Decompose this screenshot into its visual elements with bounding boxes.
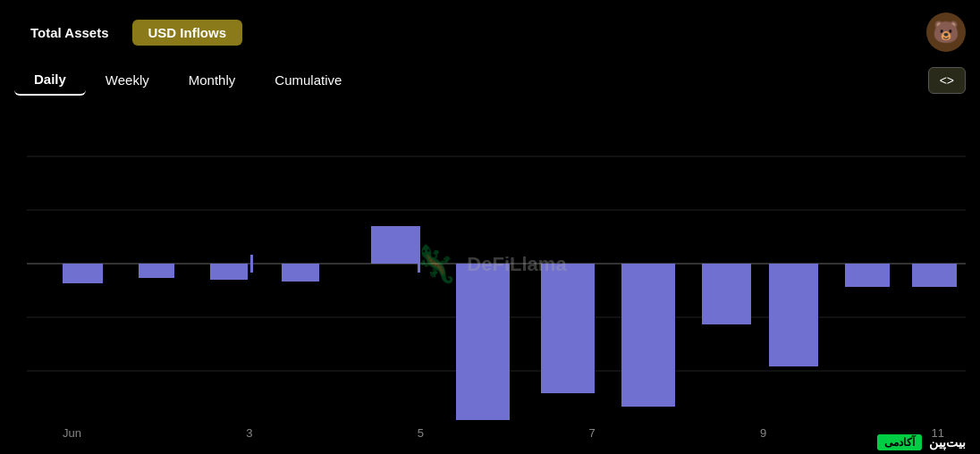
bar-5-pos [371, 226, 420, 264]
bar-12 [912, 264, 957, 287]
brand-name: بیت‌پین [929, 435, 966, 450]
total-assets-tab[interactable]: Total Assets [14, 20, 125, 46]
bar-tick2 [418, 255, 420, 273]
tab-daily[interactable]: Daily [14, 64, 86, 96]
tab-monthly[interactable]: Monthly [169, 64, 256, 96]
bar-tick [250, 255, 253, 273]
header: Total Assets USD Inflows 🐻 [0, 0, 980, 61]
bar-8 [621, 264, 675, 407]
brand-tag: آکادمی [877, 434, 922, 450]
chart-area: 🦎 DeFiLlama [0, 103, 980, 425]
tab-cumulative[interactable]: Cumulative [255, 64, 361, 96]
bar-10 [769, 264, 818, 366]
bottom-bar: آکادمی بیت‌پین [0, 431, 980, 454]
tab-weekly[interactable]: Weekly [86, 64, 169, 96]
bar-6 [456, 264, 510, 420]
bar-2 [139, 264, 174, 278]
bar-4 [282, 264, 319, 282]
sub-tabs-left: Daily Weekly Monthly Cumulative [14, 64, 361, 96]
bar-7 [541, 264, 595, 393]
bar-11 [845, 264, 890, 287]
avatar: 🐻 [926, 13, 966, 52]
embed-button[interactable]: <> [928, 67, 966, 94]
sub-tabs-bar: Daily Weekly Monthly Cumulative <> [0, 61, 980, 103]
bar-9 [702, 264, 751, 324]
bar-1 [63, 264, 103, 283]
header-left: Total Assets USD Inflows [14, 20, 242, 46]
chart-svg [0, 103, 980, 425]
bar-3 [210, 264, 248, 280]
usd-inflows-tab[interactable]: USD Inflows [132, 20, 243, 46]
